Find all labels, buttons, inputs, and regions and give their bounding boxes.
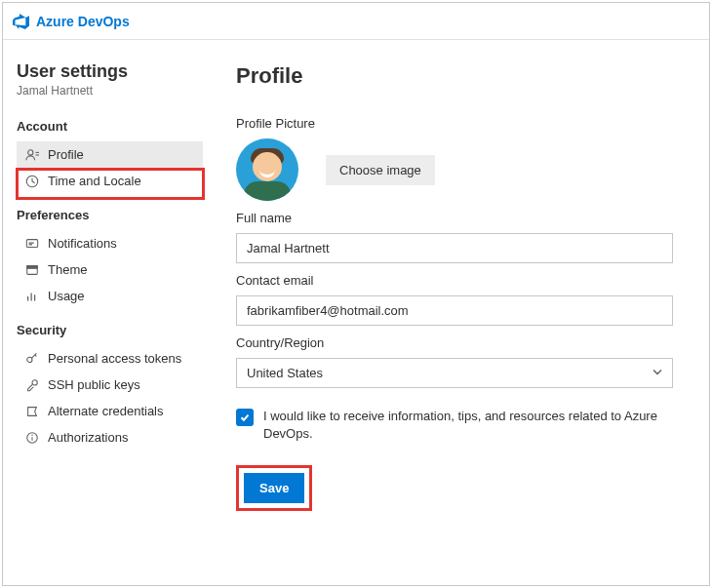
- profile-picture-label: Profile Picture: [236, 116, 676, 131]
- sidebar-item-label: Alternate credentials: [48, 404, 164, 418]
- top-bar: Azure DevOps: [3, 3, 709, 40]
- ssh-icon: [24, 378, 40, 392]
- svg-rect-6: [27, 265, 38, 268]
- svg-point-7: [27, 357, 32, 362]
- settings-title: User settings: [17, 61, 203, 82]
- brand-name[interactable]: Azure DevOps: [36, 14, 130, 29]
- svg-point-11: [31, 434, 32, 435]
- sidebar-item-notifications[interactable]: Notifications: [17, 230, 203, 256]
- key-icon: [24, 352, 40, 366]
- sidebar-item-authorizations[interactable]: Authorizations: [17, 424, 203, 451]
- sidebar-item-label: Theme: [48, 262, 87, 277]
- usage-icon: [24, 290, 40, 303]
- sidebar-item-alt-cred[interactable]: Alternate credentials: [17, 398, 203, 424]
- main-panel: Profile Profile Picture Choose image Ful…: [203, 40, 709, 585]
- svg-point-0: [28, 149, 33, 154]
- choose-image-button[interactable]: Choose image: [326, 155, 435, 185]
- svg-point-8: [32, 379, 37, 384]
- group-preferences: Preferences: [17, 208, 203, 222]
- sidebar-item-profile[interactable]: Profile: [17, 141, 203, 168]
- sidebar-item-label: SSH public keys: [48, 377, 140, 392]
- sidebar: User settings Jamal Hartnett Account Pro…: [3, 40, 203, 585]
- sidebar-item-label: Authorizations: [48, 430, 128, 445]
- save-highlight: Save: [236, 465, 312, 511]
- sidebar-item-pat[interactable]: Personal access tokens: [17, 345, 203, 372]
- user-name: Jamal Hartnett: [17, 84, 203, 98]
- azure-devops-logo-icon: [13, 13, 30, 30]
- sidebar-item-label: Personal access tokens: [48, 351, 181, 366]
- theme-icon: [24, 263, 40, 277]
- clock-icon: [24, 175, 40, 188]
- email-input[interactable]: [236, 295, 673, 326]
- page-heading: Profile: [236, 63, 676, 89]
- sidebar-item-label: Notifications: [48, 236, 117, 251]
- sidebar-item-label: Profile: [48, 147, 84, 162]
- email-label: Contact email: [236, 273, 676, 288]
- group-account: Account: [17, 119, 203, 134]
- save-button[interactable]: Save: [244, 473, 304, 503]
- group-security: Security: [17, 323, 203, 337]
- sidebar-item-usage[interactable]: Usage: [17, 283, 203, 309]
- alt-cred-icon: [24, 405, 40, 418]
- newsletter-text: I would like to receive information, tip…: [263, 408, 673, 442]
- country-label: Country/Region: [236, 335, 676, 350]
- info-icon: [24, 431, 40, 445]
- sidebar-item-time-locale[interactable]: Time and Locale: [17, 168, 203, 194]
- fullname-label: Full name: [236, 211, 676, 225]
- fullname-input[interactable]: [236, 233, 673, 263]
- message-icon: [24, 237, 40, 251]
- sidebar-item-label: Time and Locale: [48, 174, 141, 188]
- country-select[interactable]: [236, 358, 673, 388]
- newsletter-checkbox[interactable]: [236, 409, 254, 426]
- person-icon: [24, 148, 40, 162]
- sidebar-item-ssh[interactable]: SSH public keys: [17, 372, 203, 398]
- sidebar-item-label: Usage: [48, 289, 85, 303]
- avatar: [236, 138, 298, 201]
- sidebar-item-theme[interactable]: Theme: [17, 256, 203, 283]
